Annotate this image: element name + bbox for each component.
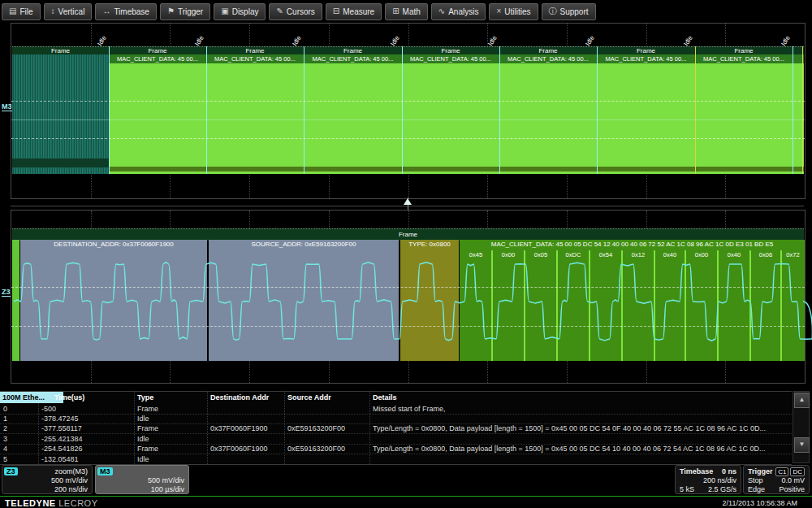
- frame-boundary-line: [695, 46, 696, 174]
- m3-vdiv: 500 mV/div: [148, 476, 184, 484]
- menu-button-utilities[interactable]: ×Utilities: [489, 3, 538, 20]
- timebase-title: Timebase: [680, 467, 713, 475]
- idle-label: Idle: [486, 34, 498, 47]
- menu-button-measure[interactable]: ⊟Measure: [326, 3, 382, 20]
- menu-label: Utilities: [504, 7, 530, 16]
- zoom-frame-band: Frame: [12, 228, 804, 241]
- m3-badge: M3: [97, 467, 113, 475]
- idle-label: Idle: [584, 34, 595, 47]
- trigger-level: 0.0 mV: [781, 476, 805, 484]
- frame-bottom-stripe: [206, 167, 304, 172]
- cell-type: Idle: [137, 434, 205, 444]
- frame-bottom-stripe: [109, 167, 206, 172]
- cell-index: 3: [3, 434, 37, 444]
- file-icon: ▤: [9, 7, 16, 15]
- table-scrollbar[interactable]: ▲ ▼: [793, 391, 810, 463]
- cell-dest: [210, 404, 283, 414]
- menu-button-display[interactable]: ▣Display: [214, 3, 266, 20]
- m3-trace-grid[interactable]: FrameFrameMAC_CLIENT_DATA: 45 00...Frame…: [11, 23, 806, 199]
- menu-button-math[interactable]: ⊞Math: [385, 3, 428, 20]
- frame-boundary-line: [109, 46, 110, 174]
- frame-bottom-stripe: [597, 167, 695, 172]
- menu-button-timebase[interactable]: ↔Timebase: [95, 3, 157, 20]
- scroll-down-button[interactable]: ▼: [794, 437, 810, 453]
- cell-details: Missed start of Frame,: [373, 404, 788, 414]
- idle-label: Idle: [193, 34, 205, 47]
- cell-type: Frame: [137, 423, 205, 433]
- grid-center-line: [11, 119, 805, 120]
- z3-badge: Z3: [4, 467, 18, 475]
- menu-button-cursors[interactable]: ✎Cursors: [269, 3, 322, 20]
- flag-icon: ⚑: [167, 7, 175, 15]
- frame-bottom-stripe: [304, 167, 402, 172]
- measure-icon: ⊟: [333, 7, 339, 15]
- cell-time: -254.541826: [41, 444, 132, 454]
- cell-time: -255.421384: [41, 434, 132, 444]
- frame-waveform-region: [499, 63, 597, 174]
- table-row[interactable]: 3-255.421384Idle: [0, 434, 792, 445]
- decode-annotation: MAC_CLIENT_DATA: 45 00...: [597, 54, 695, 63]
- scroll-up-button[interactable]: ▲: [794, 393, 810, 408]
- cell-details: [373, 434, 788, 444]
- z3-zoom-grid[interactable]: FrameDESTINATION_ADDR: 0x37F0060F1900SOU…: [11, 210, 806, 384]
- menu-button-vertical[interactable]: ↕Vertical: [44, 3, 93, 20]
- table-row[interactable]: 5-132.05481Idle: [0, 454, 792, 465]
- decode-annotation: MAC_CLIENT_DATA: 45 00...: [304, 54, 402, 63]
- trigger-position-marker[interactable]: [404, 198, 412, 205]
- info-icon: ⓘ: [549, 7, 557, 15]
- brand-lecroy: LECROY: [58, 498, 97, 508]
- z3-descriptor-box[interactable]: Z3 zoom(M3) 500 mV/div 200 ns/div: [2, 465, 93, 494]
- cell-type: Idle: [137, 414, 205, 423]
- frame-boundary-line: [304, 46, 304, 174]
- channel-label-m3[interactable]: M3: [2, 102, 12, 111]
- trigger-slope: Positive: [779, 485, 805, 493]
- trigger-box[interactable]: Trigger C1DC Stop 0.0 mV Edge Positive: [743, 465, 810, 494]
- channel-label-z3[interactable]: Z3: [2, 288, 11, 297]
- frame-bottom-stripe: [402, 167, 499, 172]
- menu-label: Analysis: [448, 7, 478, 16]
- trigger-kind: Edge: [748, 485, 765, 493]
- oscilloscope-app: { "menu": { "items": [ {"label":"File","…: [0, 0, 812, 508]
- frame-waveform-region: [597, 63, 695, 174]
- idle-label: Idle: [682, 34, 693, 47]
- table-row[interactable]: 2-377.558117Frame0x37F0060F19000xE591632…: [0, 423, 792, 434]
- cell-type: Idle: [137, 454, 205, 464]
- timebase-box[interactable]: Timebase 0 ns 200 ns/div 5 kS 2.5 GS/s: [675, 465, 741, 494]
- cell-src: 0xE59163200F00: [287, 423, 368, 433]
- brand-logo: TELEDYNE LECROY: [5, 498, 98, 508]
- frame-boundary-line: [206, 46, 207, 174]
- cursor-pencil-icon: ✎: [276, 7, 283, 15]
- cell-index: 2: [3, 423, 37, 433]
- cell-index: 1: [3, 414, 37, 423]
- menu-label: Measure: [343, 7, 374, 16]
- timebase-tdiv: 200 ns/div: [703, 476, 736, 484]
- table-row[interactable]: 1-378.47245Idle: [0, 414, 792, 424]
- m3-descriptor-box[interactable]: M3 500 mV/div 100 µs/div: [95, 465, 189, 494]
- idle-label: Idle: [291, 34, 302, 47]
- idle-baseline-stripe: [12, 158, 109, 167]
- cell-dest: [210, 434, 283, 444]
- decode-annotation: MAC_CLIENT_DATA: 45 00...: [109, 54, 206, 63]
- menu-button-file[interactable]: ▤File: [2, 3, 41, 20]
- trigger-mode: Stop: [748, 476, 763, 484]
- menu-button-support[interactable]: ⓘSupport: [542, 3, 596, 20]
- cell-time: -377.558117: [41, 423, 132, 433]
- zoom-trace-path: [14, 263, 812, 341]
- table-row[interactable]: 0-500FrameMissed start of Frame,: [0, 404, 792, 415]
- cell-details: Type/Length = 0x0800, Data payload [leng…: [373, 444, 788, 454]
- menu-label: Vertical: [58, 7, 85, 16]
- cell-dest: [210, 414, 283, 423]
- frame-boundary-line: [597, 46, 598, 174]
- trigger-title: Trigger: [748, 467, 773, 475]
- decode-annotation: MAC_CLIENT_DATA: 45 00...: [206, 54, 304, 63]
- grid-dash-line: [11, 287, 805, 288]
- menu-button-analysis[interactable]: ∿Analysis: [431, 3, 486, 20]
- idle-waveform-region: [12, 54, 109, 174]
- cell-details: Type/Length = 0x0800, Data payload [leng…: [373, 423, 788, 433]
- idle-label: Idle: [96, 34, 107, 47]
- table-row[interactable]: 4-254.541826Frame0x37F0060F19000xE591632…: [0, 444, 792, 454]
- cell-type: Frame: [137, 404, 205, 414]
- menu-button-trigger[interactable]: ⚑Trigger: [160, 3, 210, 20]
- cell-dest: 0x37F0060F1900: [210, 444, 283, 454]
- cell-index: 4: [3, 444, 37, 454]
